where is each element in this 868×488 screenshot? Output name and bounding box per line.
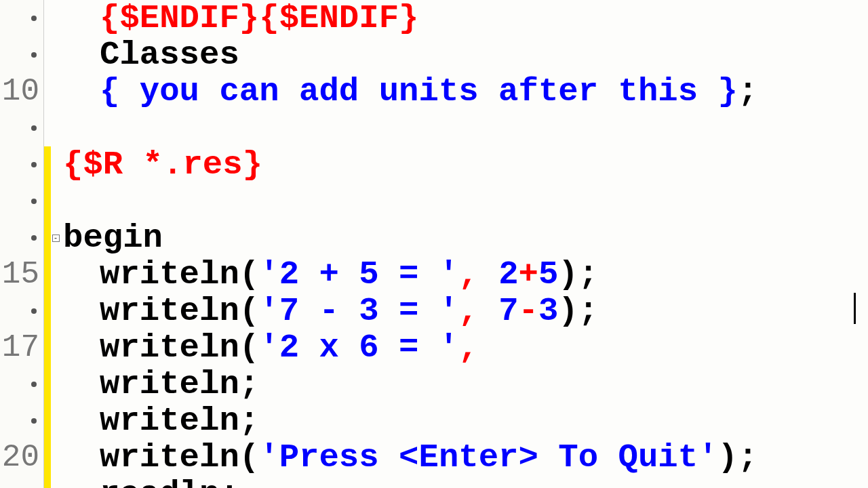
code-line[interactable]: {$ENDIF}{$ENDIF} xyxy=(63,0,868,37)
fold-column: - xyxy=(51,0,60,488)
code-line[interactable]: writeln; xyxy=(63,366,868,403)
line-number-gutter: 10 15 17 20 xyxy=(0,0,44,488)
gutter-line xyxy=(0,366,39,403)
gutter-line: 10 xyxy=(0,73,39,110)
code-line[interactable]: Classes xyxy=(63,37,868,73)
code-line[interactable]: writeln('2 + 5 = ', 2+5); xyxy=(63,256,868,293)
code-line[interactable]: writeln('2 x 6 = ', xyxy=(63,329,868,366)
code-text-area[interactable]: {$ENDIF}{$ENDIF} Classes { you can add u… xyxy=(60,0,868,488)
code-line[interactable]: begin xyxy=(63,220,868,256)
text-caret-icon xyxy=(854,293,856,324)
code-editor[interactable]: 10 15 17 20 - {$ENDIF}{$ENDIF} Classes {… xyxy=(0,0,868,488)
code-line[interactable]: readln; xyxy=(63,476,868,488)
code-line[interactable]: writeln('Press <Enter> To Quit'); xyxy=(63,439,868,476)
gutter-line: 15 xyxy=(0,256,39,293)
code-line[interactable]: {$R *.res} xyxy=(63,146,868,183)
fold-toggle-icon[interactable]: - xyxy=(52,235,60,242)
gutter-line: 20 xyxy=(0,439,39,476)
gutter-line xyxy=(0,403,39,439)
gutter-line xyxy=(0,183,39,220)
gutter-line xyxy=(0,146,39,183)
gutter-line: 17 xyxy=(0,329,39,366)
code-line[interactable] xyxy=(63,110,868,146)
gutter-line xyxy=(0,220,39,256)
gutter-line xyxy=(0,37,39,73)
gutter-line xyxy=(0,110,39,146)
gutter-line xyxy=(0,0,39,37)
gutter-line xyxy=(0,476,39,488)
code-line[interactable]: writeln('7 - 3 = ', 7-3); xyxy=(63,293,868,329)
code-line[interactable]: { you can add units after this }; xyxy=(63,73,868,110)
modification-bar xyxy=(44,0,51,488)
code-line[interactable] xyxy=(63,183,868,220)
gutter-line xyxy=(0,293,39,329)
code-line[interactable]: writeln; xyxy=(63,403,868,439)
